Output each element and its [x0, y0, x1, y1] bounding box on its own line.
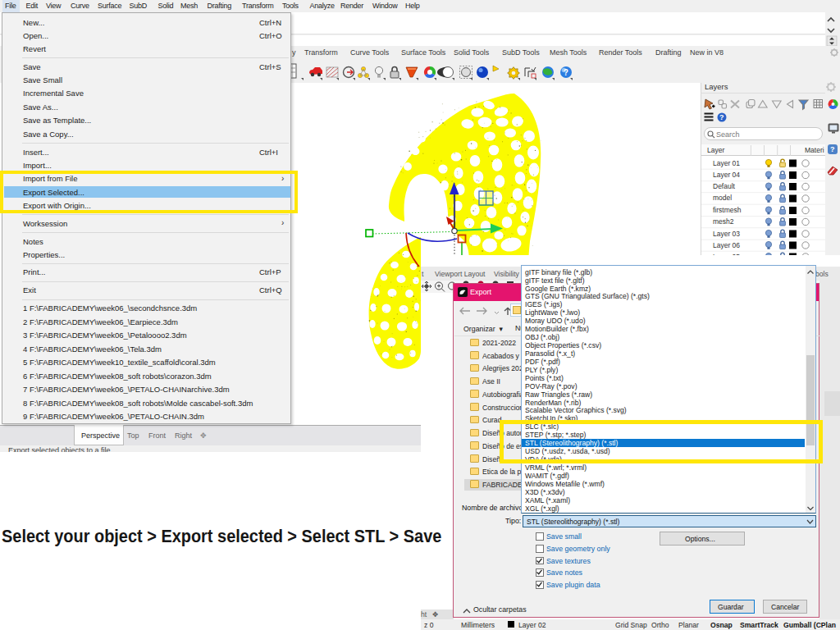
svg-text:?: ? — [719, 113, 724, 121]
svg-text:?: ? — [564, 68, 568, 77]
svg-text:?: ? — [830, 145, 835, 153]
